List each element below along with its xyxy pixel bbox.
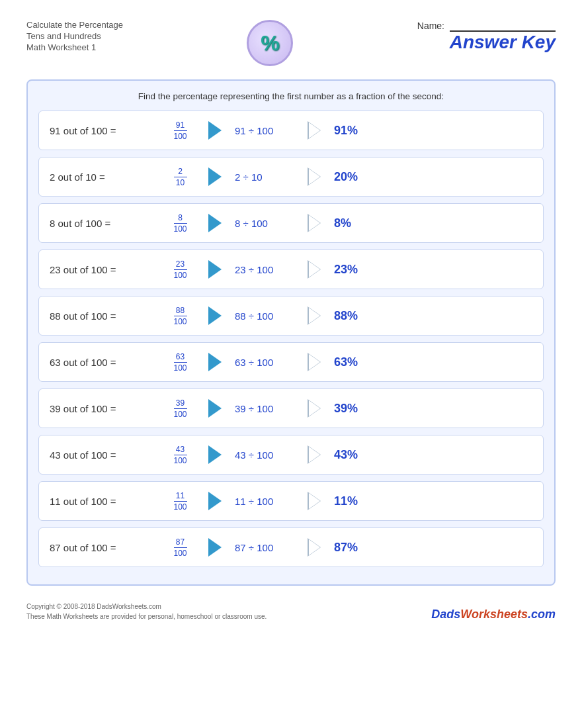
problem-text-8: 43 out of 100 =: [50, 449, 152, 461]
header-right: Name: Answer Key: [417, 20, 556, 53]
division-text-5: 88 ÷ 100: [235, 310, 294, 322]
footer-logo: DadsWorksheets.com: [431, 608, 556, 621]
fraction-denominator-4: 100: [173, 270, 187, 280]
answer-7: 39%: [334, 402, 374, 416]
division-text-7: 39 ÷ 100: [235, 403, 294, 414]
arrow-filled-3: [208, 214, 222, 232]
division-text-4: 23 ÷ 100: [235, 264, 294, 275]
arrow-outline-6: [308, 353, 321, 371]
answer-1: 91%: [334, 124, 374, 138]
footer-logo-dotcom: .com: [528, 608, 556, 621]
fraction-3: 8 100: [165, 213, 195, 234]
fraction-numerator-4: 23: [174, 259, 187, 270]
problem-row-10: 87 out of 100 = 87 100 87 ÷ 100 87%: [38, 527, 544, 567]
arrow-filled-7: [208, 399, 222, 418]
title-line3: Math Worksheet 1: [26, 42, 123, 52]
fraction-numerator-7: 39: [174, 398, 187, 409]
fraction-numerator-8: 43: [174, 445, 187, 455]
problem-text-2: 2 out of 10 =: [50, 171, 152, 183]
problem-text-9: 11 out of 100 =: [50, 496, 152, 507]
fraction-numerator-6: 63: [174, 352, 187, 363]
fraction-numerator-1: 91: [174, 120, 187, 131]
division-text-2: 2 ÷ 10: [235, 171, 294, 183]
header-center: %: [247, 20, 293, 66]
problem-text-6: 63 out of 100 =: [50, 357, 152, 368]
arrow-outline-8: [308, 445, 321, 464]
answer-10: 87%: [334, 541, 374, 555]
problem-text-1: 91 out of 100 =: [50, 125, 152, 136]
arrow-filled-4: [208, 260, 222, 279]
arrow-outline-7: [308, 399, 321, 418]
arrow-filled-1: [208, 121, 222, 140]
title-line2: Tens and Hundreds: [26, 31, 123, 41]
fraction-denominator-8: 100: [173, 455, 187, 465]
header: Calculate the Percentage Tens and Hundre…: [26, 20, 556, 66]
arrow-filled-6: [208, 353, 222, 371]
fraction-numerator-9: 11: [174, 491, 187, 502]
problem-text-10: 87 out of 100 =: [50, 542, 152, 553]
division-text-9: 11 ÷ 100: [235, 496, 294, 507]
fraction-denominator-7: 100: [173, 409, 187, 419]
footer-copyright: Copyright © 2008-2018 DadsWorksheets.com: [26, 602, 267, 612]
name-label-row: Name:: [417, 20, 556, 32]
answer-key-label: Answer Key: [450, 32, 556, 53]
problem-text-5: 88 out of 100 =: [50, 310, 152, 322]
answer-3: 8%: [334, 216, 374, 230]
fraction-denominator-10: 100: [173, 548, 187, 558]
fraction-10: 87 100: [165, 537, 195, 558]
arrow-outline-5: [308, 306, 321, 325]
division-text-8: 43 ÷ 100: [235, 449, 294, 461]
footer-logo-dads: Dads: [431, 608, 460, 621]
title-line1: Calculate the Percentage: [26, 20, 123, 30]
fraction-numerator-3: 8: [174, 213, 187, 224]
name-label-text: Name:: [417, 21, 444, 31]
instructions: Find the percentage representing the fir…: [38, 91, 544, 101]
percent-icon: %: [247, 20, 293, 66]
footer-logo-worksheets: Worksheets: [460, 608, 528, 621]
fraction-numerator-5: 88: [174, 306, 187, 316]
page: Calculate the Percentage Tens and Hundre…: [0, 0, 582, 728]
answer-9: 11%: [334, 494, 374, 508]
division-text-6: 63 ÷ 100: [235, 357, 294, 368]
fraction-denominator-1: 100: [173, 131, 187, 141]
division-text-1: 91 ÷ 100: [235, 125, 294, 136]
footer-left: Copyright © 2008-2018 DadsWorksheets.com…: [26, 602, 267, 621]
arrow-filled-5: [208, 306, 222, 325]
problem-row-7: 39 out of 100 = 39 100 39 ÷ 100 39%: [38, 388, 544, 428]
footer-notice: These Math Worksheets are provided for p…: [26, 612, 267, 621]
arrow-outline-4: [308, 260, 321, 279]
problem-row-4: 23 out of 100 = 23 100 23 ÷ 100 23%: [38, 250, 544, 289]
fraction-6: 63 100: [165, 352, 195, 373]
problem-row-6: 63 out of 100 = 63 100 63 ÷ 100 63%: [38, 342, 544, 382]
answer-8: 43%: [334, 448, 374, 462]
problem-row-9: 11 out of 100 = 11 100 11 ÷ 100 11%: [38, 481, 544, 521]
arrow-outline-2: [308, 167, 321, 186]
arrow-outline-10: [308, 538, 321, 557]
arrow-filled-9: [208, 492, 222, 510]
arrow-filled-8: [208, 445, 222, 464]
header-left: Calculate the Percentage Tens and Hundre…: [26, 20, 123, 52]
problem-row-1: 91 out of 100 = 91 100 91 ÷ 100 91%: [38, 111, 544, 150]
division-text-10: 87 ÷ 100: [235, 542, 294, 553]
division-text-3: 8 ÷ 100: [235, 218, 294, 229]
fraction-5: 88 100: [165, 306, 195, 326]
problems-container: 91 out of 100 = 91 100 91 ÷ 100 91% 2 ou…: [38, 111, 544, 567]
name-underline[interactable]: [450, 20, 556, 32]
answer-2: 20%: [334, 170, 374, 184]
answer-6: 63%: [334, 355, 374, 369]
fraction-4: 23 100: [165, 259, 195, 280]
answer-4: 23%: [334, 263, 374, 277]
main-content: Find the percentage representing the fir…: [26, 79, 556, 586]
problem-row-3: 8 out of 100 = 8 100 8 ÷ 100 8%: [38, 203, 544, 243]
percent-symbol: %: [261, 31, 279, 56]
footer: Copyright © 2008-2018 DadsWorksheets.com…: [26, 596, 556, 621]
fraction-numerator-10: 87: [174, 537, 187, 548]
fraction-numerator-2: 2: [174, 167, 187, 177]
fraction-denominator-5: 100: [173, 316, 187, 326]
fraction-9: 11 100: [165, 491, 195, 512]
problem-text-4: 23 out of 100 =: [50, 264, 152, 275]
problem-row-2: 2 out of 10 = 2 10 2 ÷ 10 20%: [38, 157, 544, 197]
arrow-outline-9: [308, 492, 321, 510]
arrow-outline-1: [308, 121, 321, 140]
fraction-1: 91 100: [165, 120, 195, 141]
